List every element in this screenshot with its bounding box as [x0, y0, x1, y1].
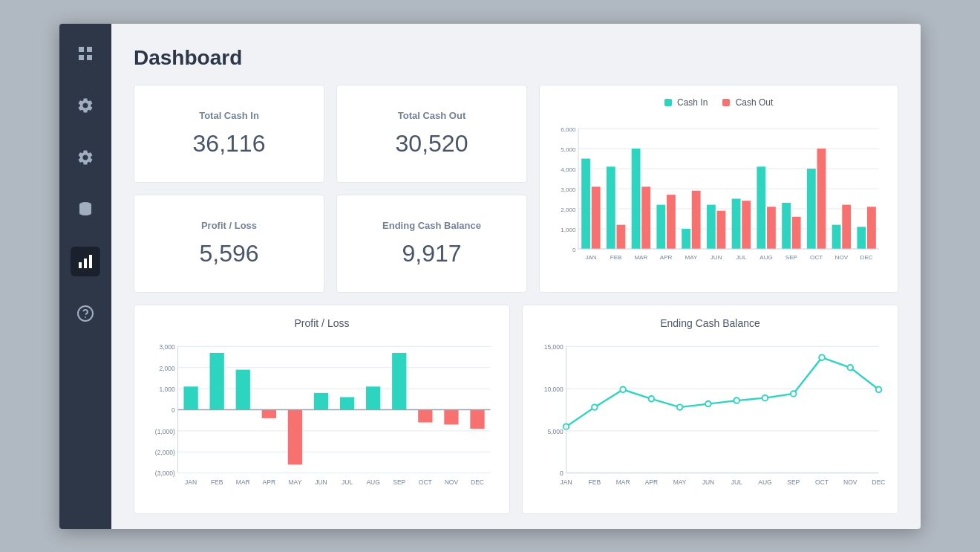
svg-text:JAN: JAN [585, 254, 596, 261]
svg-text:DEC: DEC [860, 254, 873, 261]
svg-text:MAY: MAY [685, 254, 698, 261]
svg-text:MAR: MAR [634, 254, 647, 261]
svg-rect-39 [707, 204, 716, 248]
svg-text:0: 0 [572, 246, 576, 253]
svg-rect-24 [581, 158, 590, 249]
svg-text:3,000: 3,000 [160, 343, 176, 351]
svg-rect-96 [444, 409, 458, 424]
svg-text:DEC: DEC [471, 478, 484, 485]
kpi-cards: Total Cash In 36,116 Total Cash Out 30,5… [134, 85, 527, 293]
svg-rect-55 [842, 204, 851, 248]
svg-text:DEC: DEC [872, 478, 886, 485]
svg-text:0: 0 [172, 406, 175, 414]
profit-loss-svg: (3,000)(2,000)(1,000)01,0002,0003,000JAN… [146, 335, 497, 499]
svg-point-119 [819, 354, 825, 360]
svg-text:OCT: OCT [419, 478, 432, 485]
svg-text:(1,000): (1,000) [155, 427, 175, 435]
svg-rect-40 [717, 210, 726, 248]
svg-rect-57 [857, 227, 866, 249]
svg-rect-52 [817, 149, 826, 249]
svg-rect-90 [366, 386, 380, 409]
legend-dot-cash-out [722, 99, 730, 106]
svg-rect-5 [79, 262, 82, 268]
svg-rect-84 [288, 409, 302, 464]
svg-point-113 [649, 395, 655, 401]
svg-point-117 [762, 394, 768, 400]
svg-text:6,000: 6,000 [561, 126, 576, 132]
svg-text:MAR: MAR [616, 478, 630, 485]
svg-rect-45 [757, 166, 765, 249]
svg-rect-46 [767, 207, 776, 249]
svg-rect-42 [732, 198, 741, 249]
svg-text:10,000: 10,000 [544, 385, 564, 392]
svg-rect-7 [89, 255, 92, 268]
sidebar-icon-grid[interactable] [71, 39, 100, 68]
kpi-profit-loss: Profit / Loss 5,596 [134, 195, 324, 293]
svg-point-116 [734, 397, 739, 403]
svg-text:JAN: JAN [561, 478, 572, 485]
svg-text:FEB: FEB [211, 478, 223, 485]
svg-text:FEB: FEB [610, 254, 622, 261]
svg-rect-82 [262, 409, 276, 418]
svg-text:APR: APR [263, 478, 275, 485]
svg-text:JUL: JUL [342, 478, 353, 485]
svg-point-120 [847, 364, 853, 370]
ending-balance-chart-card: Ending Cash Balance 05,00010,00015,000JA… [522, 305, 898, 514]
svg-text:0: 0 [560, 470, 564, 477]
ending-balance-svg: 05,00010,00015,000JANFEBMARAPRMAYJUNJULA… [535, 335, 886, 499]
svg-text:2,000: 2,000 [561, 206, 576, 212]
svg-rect-27 [607, 166, 615, 249]
svg-rect-28 [617, 224, 626, 248]
kpi-total-cash-in-value: 36,116 [193, 130, 266, 158]
svg-text:JAN: JAN [185, 478, 197, 485]
svg-text:4,000: 4,000 [561, 166, 576, 172]
svg-rect-98 [470, 409, 484, 429]
svg-rect-3 [87, 55, 92, 60]
svg-rect-78 [210, 352, 224, 409]
svg-point-121 [876, 386, 882, 392]
svg-point-114 [677, 404, 683, 410]
svg-rect-30 [632, 149, 641, 249]
cashflow-svg: 01,0002,0003,0004,0005,0006,000JANFEBMAR… [552, 114, 886, 277]
svg-rect-2 [79, 55, 84, 60]
svg-text:SEP: SEP [785, 254, 797, 261]
sidebar-icon-settings2[interactable] [71, 143, 100, 172]
svg-text:SEP: SEP [393, 478, 405, 485]
sidebar-icon-database[interactable] [71, 195, 100, 224]
sidebar-icon-chart[interactable] [71, 247, 100, 276]
svg-text:5,000: 5,000 [548, 427, 564, 435]
svg-rect-54 [832, 224, 841, 248]
kpi-ending-cash-balance: Ending Cash Balance 9,917 [336, 195, 527, 293]
cashflow-legend: Cash In Cash Out [552, 97, 886, 108]
svg-rect-34 [667, 195, 676, 249]
svg-text:APR: APR [645, 478, 658, 485]
svg-rect-36 [682, 229, 690, 249]
sidebar-icon-settings1[interactable] [71, 91, 100, 120]
svg-text:JUL: JUL [736, 254, 747, 261]
svg-rect-6 [84, 259, 87, 268]
svg-text:NOV: NOV [445, 478, 459, 485]
svg-text:MAY: MAY [673, 478, 687, 485]
svg-text:3,000: 3,000 [561, 186, 576, 192]
svg-rect-51 [807, 169, 816, 249]
svg-point-118 [791, 391, 797, 397]
svg-rect-31 [641, 186, 650, 249]
svg-text:JUL: JUL [731, 478, 742, 485]
svg-text:MAY: MAY [289, 478, 302, 485]
legend-dot-cash-in [664, 99, 672, 106]
svg-text:1,000: 1,000 [561, 226, 576, 233]
sidebar-icon-help[interactable] [71, 299, 100, 328]
kpi-total-cash-in: Total Cash In 36,116 [134, 85, 324, 183]
svg-rect-86 [314, 392, 328, 409]
svg-rect-1 [87, 47, 92, 52]
svg-rect-48 [782, 202, 791, 248]
kpi-profit-loss-label: Profit / Loss [201, 220, 257, 231]
kpi-total-cash-out: Total Cash Out 30,520 [336, 85, 527, 183]
legend-cash-out: Cash Out [722, 97, 773, 108]
svg-text:JUN: JUN [710, 254, 722, 261]
svg-point-112 [620, 386, 626, 392]
svg-point-111 [592, 404, 598, 410]
ending-balance-chart-title: Ending Cash Balance [535, 317, 886, 329]
svg-rect-0 [79, 47, 84, 52]
svg-text:NOV: NOV [843, 478, 858, 485]
